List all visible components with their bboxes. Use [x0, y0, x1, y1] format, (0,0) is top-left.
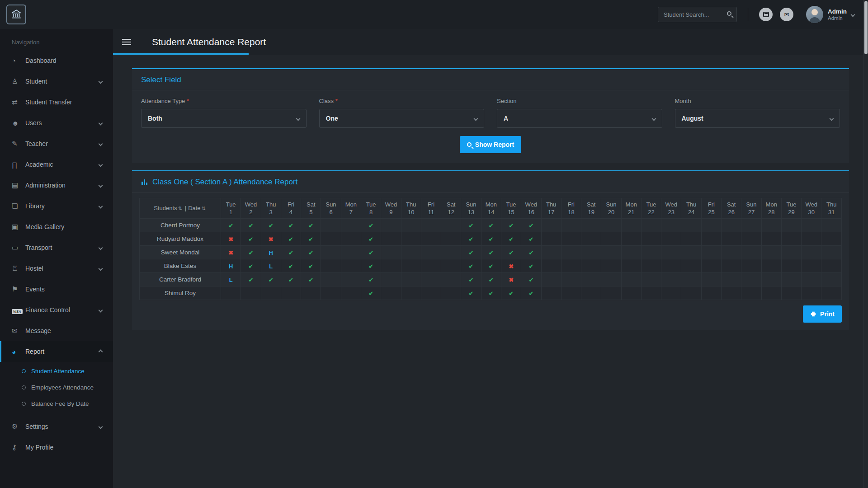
present-check-icon: ✔ — [368, 222, 373, 229]
sidebar-item-student[interactable]: ♙Student — [0, 71, 113, 92]
day-number: 17 — [542, 208, 561, 216]
attendance-cell — [701, 259, 721, 273]
sidebar-item-library[interactable]: ❏Library — [0, 196, 113, 216]
calendar-button[interactable] — [759, 8, 773, 21]
sidebar-subitem-label: Balance Fee By Date — [31, 400, 89, 407]
attendance-cell — [541, 273, 561, 286]
academic-icon: ∏ — [12, 161, 25, 169]
sidebar-item-finance-control[interactable]: VISAFinance Control — [0, 300, 113, 320]
chevron-down-icon — [474, 116, 478, 121]
sidebar-item-hostel[interactable]: ♖Hostel — [0, 258, 113, 279]
attendance-cell — [541, 219, 561, 232]
attendance-cell — [381, 232, 401, 246]
search-input[interactable] — [658, 7, 737, 22]
required-asterisk: * — [334, 98, 338, 104]
select-month[interactable]: August — [675, 109, 840, 128]
sidebar-item-label: Events — [25, 286, 102, 293]
select-attendance-type[interactable]: Both — [141, 109, 307, 128]
day-header: Fri18 — [561, 198, 581, 219]
present-check-icon: ✔ — [469, 236, 474, 243]
present-check-icon: ✔ — [489, 222, 494, 229]
sidebar-item-student-transfer[interactable]: ⇄Student Transfer — [0, 92, 113, 113]
sidebar-subitem-employees-attendance[interactable]: Employees Attendance — [0, 379, 113, 395]
attendance-cell: ✔ — [481, 259, 501, 273]
attendance-cell: ✔ — [281, 246, 301, 259]
attendance-cell — [821, 259, 842, 273]
day-header: Wed30 — [802, 198, 821, 219]
day-header: Tue15 — [501, 198, 521, 219]
sidebar-item-message[interactable]: ✉Message — [0, 320, 113, 341]
scrollbar[interactable] — [863, 0, 868, 488]
attendance-cell: ✔ — [461, 219, 481, 232]
attendance-cell: ✔ — [261, 219, 281, 232]
sidebar-item-transport[interactable]: ▭Transport — [0, 237, 113, 258]
attendance-cell — [321, 219, 341, 232]
attendance-cell: ✔ — [241, 273, 261, 286]
sidebar-item-events[interactable]: ⚑Events — [0, 279, 113, 300]
date-header-label: Date — [188, 205, 200, 211]
day-number: 5 — [301, 208, 321, 216]
filter-grid: Attendance Type *BothClass *OneSectionAM… — [132, 90, 849, 128]
show-report-button[interactable]: Show Report — [460, 136, 521, 153]
sidebar-subitem-label: Employees Attendance — [31, 384, 94, 391]
day-header: Tue29 — [781, 198, 801, 219]
present-check-icon: ✔ — [288, 236, 293, 243]
attendance-cell — [781, 219, 801, 232]
sidebar-subitem-balance-fee-by-date[interactable]: Balance Fee By Date — [0, 395, 113, 412]
attendance-cell: ✖ — [501, 259, 521, 273]
sidebar-item-my-profile[interactable]: ⚷My Profile — [0, 437, 113, 458]
attendance-cell — [421, 259, 441, 273]
attendance-cell: ✖ — [221, 232, 241, 246]
day-name: Sun — [601, 201, 621, 208]
scrollbar-thumb[interactable] — [864, 1, 868, 54]
late-mark: L — [269, 263, 273, 270]
app-logo[interactable] — [6, 5, 26, 24]
sidebar-toggle-button[interactable] — [122, 42, 140, 42]
sidebar-item-academic[interactable]: ∏Academic — [0, 154, 113, 175]
sidebar-item-dashboard[interactable]: ◔Dashboard — [0, 50, 113, 71]
day-name: Thu — [821, 201, 841, 208]
attendance-cell — [681, 273, 701, 286]
students-date-header[interactable]: Students⇅|Date⇅ — [140, 198, 221, 219]
print-button[interactable]: Print — [803, 305, 842, 323]
day-header: Wed2 — [241, 198, 261, 219]
attendance-cell — [341, 219, 361, 232]
chevron-down-icon — [830, 116, 834, 121]
student-search — [658, 7, 737, 22]
attendance-cell: ✖ — [501, 273, 521, 286]
present-check-icon: ✔ — [228, 222, 233, 229]
message-button[interactable]: ✉ — [780, 8, 793, 21]
sidebar-item-label: Transport — [25, 244, 99, 251]
sidebar-item-media-gallery[interactable]: ▣Media Gallery — [0, 216, 113, 237]
chevron-down-icon — [99, 266, 103, 271]
attendance-cell — [722, 246, 741, 259]
sidebar-item-administration[interactable]: ▤Administration — [0, 175, 113, 196]
message-icon: ✉ — [12, 327, 25, 335]
chevron-up-icon — [99, 349, 103, 354]
search-icon[interactable] — [727, 11, 731, 16]
present-check-icon: ✔ — [489, 277, 494, 283]
attendance-cell: ✔ — [361, 273, 381, 286]
select-section[interactable]: A — [497, 109, 662, 128]
sidebar-item-users[interactable]: ☻Users — [0, 113, 113, 133]
day-header: Thu3 — [261, 198, 281, 219]
attendance-cell — [781, 286, 801, 300]
sidebar-subitem-student-attendance[interactable]: Student Attendance — [0, 363, 113, 379]
user-menu[interactable]: Admin Admin — [806, 6, 854, 23]
sidebar-item-report[interactable]: ◕Report — [0, 341, 113, 362]
sidebar-item-label: Hostel — [25, 265, 99, 272]
attendance-cell: ✔ — [461, 246, 481, 259]
attendance-cell: ✖ — [221, 246, 241, 259]
attendance-cell — [601, 273, 621, 286]
attendance-cell — [681, 232, 701, 246]
page-title: Student Attendance Report — [152, 37, 266, 47]
select-class[interactable]: One — [319, 109, 485, 128]
sidebar-item-teacher[interactable]: ✎Teacher — [0, 133, 113, 154]
sidebar-item-label: Report — [25, 348, 99, 355]
student-name: Sweet Mondal — [140, 246, 221, 259]
present-check-icon: ✔ — [248, 236, 253, 243]
attendance-cell — [581, 232, 601, 246]
sidebar-item-settings[interactable]: ⚙Settings — [0, 416, 113, 437]
attendance-cell — [641, 273, 661, 286]
attendance-cell — [581, 246, 601, 259]
